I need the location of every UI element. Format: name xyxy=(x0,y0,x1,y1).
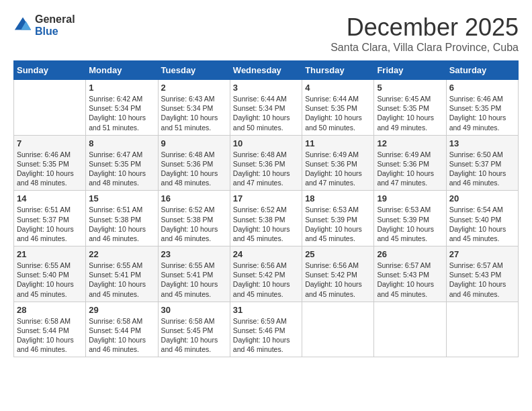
day-number: 21 xyxy=(17,249,83,259)
day-number: 14 xyxy=(17,193,83,203)
calendar-cell: 8Sunrise: 6:47 AM Sunset: 5:35 PM Daylig… xyxy=(86,135,158,191)
calendar-cell: 1Sunrise: 6:42 AM Sunset: 5:34 PM Daylig… xyxy=(86,80,158,136)
day-number: 24 xyxy=(233,249,299,259)
weekday-header-monday: Monday xyxy=(86,61,158,80)
day-number: 3 xyxy=(233,83,299,93)
day-info: Sunrise: 6:48 AM Sunset: 5:36 PM Dayligh… xyxy=(161,150,227,188)
day-number: 25 xyxy=(305,249,371,259)
logo-icon xyxy=(13,16,32,35)
logo: General Blue xyxy=(13,13,75,37)
title-block: December 2025 Santa Clara, Villa Clara P… xyxy=(330,13,519,54)
calendar-cell: 31Sunrise: 6:59 AM Sunset: 5:46 PM Dayli… xyxy=(230,302,302,357)
calendar-cell: 12Sunrise: 6:49 AM Sunset: 5:36 PM Dayli… xyxy=(374,135,446,191)
calendar-cell: 23Sunrise: 6:55 AM Sunset: 5:41 PM Dayli… xyxy=(158,246,230,302)
day-info: Sunrise: 6:47 AM Sunset: 5:35 PM Dayligh… xyxy=(89,150,154,188)
calendar-cell: 14Sunrise: 6:51 AM Sunset: 5:37 PM Dayli… xyxy=(14,191,86,246)
day-number: 16 xyxy=(161,193,227,203)
day-info: Sunrise: 6:50 AM Sunset: 5:37 PM Dayligh… xyxy=(449,150,515,188)
day-number: 11 xyxy=(305,138,371,148)
day-number: 30 xyxy=(161,305,227,315)
calendar-cell: 16Sunrise: 6:52 AM Sunset: 5:38 PM Dayli… xyxy=(158,191,230,246)
logo-blue-text: Blue xyxy=(35,26,75,38)
day-info: Sunrise: 6:58 AM Sunset: 5:44 PM Dayligh… xyxy=(89,316,154,355)
day-info: Sunrise: 6:57 AM Sunset: 5:43 PM Dayligh… xyxy=(449,261,515,299)
day-number: 20 xyxy=(449,193,515,203)
day-info: Sunrise: 6:46 AM Sunset: 5:35 PM Dayligh… xyxy=(449,94,515,132)
day-info: Sunrise: 6:57 AM Sunset: 5:43 PM Dayligh… xyxy=(377,261,443,299)
day-info: Sunrise: 6:53 AM Sunset: 5:39 PM Dayligh… xyxy=(377,205,443,243)
day-number: 13 xyxy=(449,138,515,148)
day-number: 22 xyxy=(89,249,154,259)
weekday-header-tuesday: Tuesday xyxy=(158,61,230,80)
calendar-cell: 15Sunrise: 6:51 AM Sunset: 5:38 PM Dayli… xyxy=(86,191,158,246)
page-header: General Blue December 2025 Santa Clara, … xyxy=(13,13,519,54)
weekday-header-sunday: Sunday xyxy=(14,61,86,80)
day-info: Sunrise: 6:53 AM Sunset: 5:39 PM Dayligh… xyxy=(305,205,371,243)
weekday-header-row: SundayMondayTuesdayWednesdayThursdayFrid… xyxy=(14,61,519,80)
calendar-cell xyxy=(14,80,86,136)
calendar-cell: 6Sunrise: 6:46 AM Sunset: 5:35 PM Daylig… xyxy=(446,80,518,136)
day-number: 1 xyxy=(89,83,154,93)
calendar-cell: 21Sunrise: 6:55 AM Sunset: 5:40 PM Dayli… xyxy=(14,246,86,302)
day-info: Sunrise: 6:55 AM Sunset: 5:41 PM Dayligh… xyxy=(89,261,154,299)
calendar-cell: 4Sunrise: 6:44 AM Sunset: 5:35 PM Daylig… xyxy=(302,80,374,136)
calendar-cell: 9Sunrise: 6:48 AM Sunset: 5:36 PM Daylig… xyxy=(158,135,230,191)
calendar-cell xyxy=(374,302,446,357)
calendar-cell: 29Sunrise: 6:58 AM Sunset: 5:44 PM Dayli… xyxy=(86,302,158,357)
day-info: Sunrise: 6:46 AM Sunset: 5:35 PM Dayligh… xyxy=(17,150,83,188)
day-number: 2 xyxy=(161,83,227,93)
day-info: Sunrise: 6:49 AM Sunset: 5:36 PM Dayligh… xyxy=(305,150,371,188)
calendar-cell: 27Sunrise: 6:57 AM Sunset: 5:43 PM Dayli… xyxy=(446,246,518,302)
calendar-week-1: 1Sunrise: 6:42 AM Sunset: 5:34 PM Daylig… xyxy=(14,80,519,136)
day-info: Sunrise: 6:51 AM Sunset: 5:38 PM Dayligh… xyxy=(89,205,154,243)
day-info: Sunrise: 6:44 AM Sunset: 5:35 PM Dayligh… xyxy=(305,94,371,132)
day-number: 18 xyxy=(305,193,371,203)
day-info: Sunrise: 6:56 AM Sunset: 5:42 PM Dayligh… xyxy=(305,261,371,299)
day-info: Sunrise: 6:45 AM Sunset: 5:35 PM Dayligh… xyxy=(377,94,443,132)
calendar-week-2: 7Sunrise: 6:46 AM Sunset: 5:35 PM Daylig… xyxy=(14,135,519,191)
calendar-cell: 24Sunrise: 6:56 AM Sunset: 5:42 PM Dayli… xyxy=(230,246,302,302)
day-info: Sunrise: 6:55 AM Sunset: 5:40 PM Dayligh… xyxy=(17,261,83,299)
weekday-header-friday: Friday xyxy=(374,61,446,80)
logo-general-text: General xyxy=(35,13,75,26)
day-info: Sunrise: 6:56 AM Sunset: 5:42 PM Dayligh… xyxy=(233,261,299,299)
day-info: Sunrise: 6:54 AM Sunset: 5:40 PM Dayligh… xyxy=(449,205,515,243)
day-number: 10 xyxy=(233,138,299,148)
day-info: Sunrise: 6:58 AM Sunset: 5:45 PM Dayligh… xyxy=(161,316,227,355)
day-number: 5 xyxy=(377,83,443,93)
day-info: Sunrise: 6:44 AM Sunset: 5:34 PM Dayligh… xyxy=(233,94,299,132)
calendar-cell: 22Sunrise: 6:55 AM Sunset: 5:41 PM Dayli… xyxy=(86,246,158,302)
calendar-cell: 20Sunrise: 6:54 AM Sunset: 5:40 PM Dayli… xyxy=(446,191,518,246)
day-number: 6 xyxy=(449,83,515,93)
day-info: Sunrise: 6:51 AM Sunset: 5:37 PM Dayligh… xyxy=(17,205,83,243)
day-number: 7 xyxy=(17,138,83,148)
calendar-cell: 5Sunrise: 6:45 AM Sunset: 5:35 PM Daylig… xyxy=(374,80,446,136)
calendar-cell: 3Sunrise: 6:44 AM Sunset: 5:34 PM Daylig… xyxy=(230,80,302,136)
calendar-cell: 2Sunrise: 6:43 AM Sunset: 5:34 PM Daylig… xyxy=(158,80,230,136)
day-number: 17 xyxy=(233,193,299,203)
calendar-week-3: 14Sunrise: 6:51 AM Sunset: 5:37 PM Dayli… xyxy=(14,191,519,246)
calendar-cell: 13Sunrise: 6:50 AM Sunset: 5:37 PM Dayli… xyxy=(446,135,518,191)
day-info: Sunrise: 6:58 AM Sunset: 5:44 PM Dayligh… xyxy=(17,316,83,355)
calendar-cell: 19Sunrise: 6:53 AM Sunset: 5:39 PM Dayli… xyxy=(374,191,446,246)
day-number: 26 xyxy=(377,249,443,259)
location-title: Santa Clara, Villa Clara Province, Cuba xyxy=(330,42,519,54)
calendar-cell: 28Sunrise: 6:58 AM Sunset: 5:44 PM Dayli… xyxy=(14,302,86,357)
calendar-cell: 26Sunrise: 6:57 AM Sunset: 5:43 PM Dayli… xyxy=(374,246,446,302)
calendar-cell: 30Sunrise: 6:58 AM Sunset: 5:45 PM Dayli… xyxy=(158,302,230,357)
day-info: Sunrise: 6:55 AM Sunset: 5:41 PM Dayligh… xyxy=(161,261,227,299)
calendar-cell xyxy=(302,302,374,357)
day-number: 19 xyxy=(377,193,443,203)
day-info: Sunrise: 6:42 AM Sunset: 5:34 PM Dayligh… xyxy=(89,94,154,132)
day-number: 31 xyxy=(233,305,299,315)
month-title: December 2025 xyxy=(330,13,519,42)
calendar-cell: 7Sunrise: 6:46 AM Sunset: 5:35 PM Daylig… xyxy=(14,135,86,191)
day-number: 23 xyxy=(161,249,227,259)
calendar-week-4: 21Sunrise: 6:55 AM Sunset: 5:40 PM Dayli… xyxy=(14,246,519,302)
day-number: 8 xyxy=(89,138,154,148)
calendar-cell: 25Sunrise: 6:56 AM Sunset: 5:42 PM Dayli… xyxy=(302,246,374,302)
day-info: Sunrise: 6:48 AM Sunset: 5:36 PM Dayligh… xyxy=(233,150,299,188)
calendar-cell: 11Sunrise: 6:49 AM Sunset: 5:36 PM Dayli… xyxy=(302,135,374,191)
calendar-cell xyxy=(446,302,518,357)
day-number: 27 xyxy=(449,249,515,259)
